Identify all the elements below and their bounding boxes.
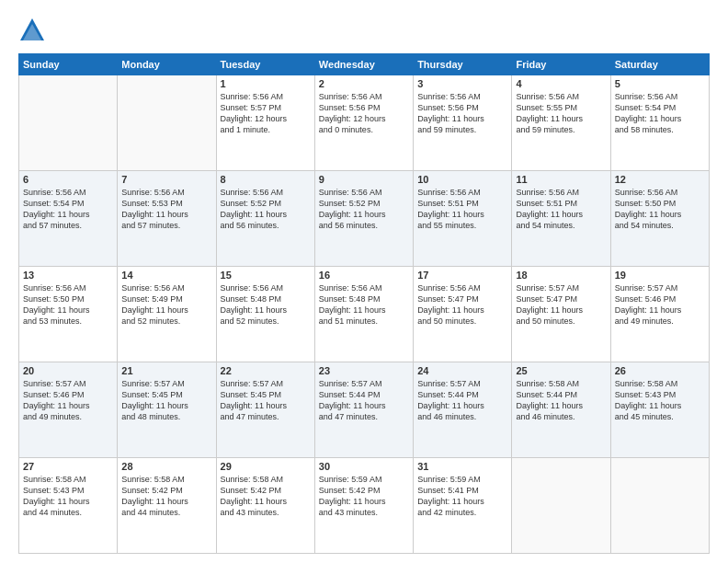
day-number: 13 (23, 270, 113, 281)
col-header-monday: Monday (118, 54, 216, 75)
day-info: Sunrise: 5:59 AM Sunset: 5:41 PM Dayligh… (417, 474, 507, 519)
day-info: Sunrise: 5:56 AM Sunset: 5:47 PM Dayligh… (417, 282, 507, 327)
day-info: Sunrise: 5:56 AM Sunset: 5:48 PM Dayligh… (221, 282, 311, 327)
day-number: 10 (417, 174, 507, 185)
day-info: Sunrise: 5:56 AM Sunset: 5:56 PM Dayligh… (417, 91, 507, 136)
calendar-cell: 13Sunrise: 5:56 AM Sunset: 5:50 PM Dayli… (19, 267, 118, 362)
calendar-header-row: SundayMondayTuesdayWednesdayThursdayFrid… (19, 54, 710, 75)
calendar-cell: 29Sunrise: 5:58 AM Sunset: 5:42 PM Dayli… (216, 458, 314, 554)
day-info: Sunrise: 5:56 AM Sunset: 5:55 PM Dayligh… (516, 91, 606, 136)
calendar-cell (512, 458, 610, 554)
day-number: 20 (23, 365, 113, 376)
calendar-cell: 31Sunrise: 5:59 AM Sunset: 5:41 PM Dayli… (414, 458, 512, 554)
day-info: Sunrise: 5:58 AM Sunset: 5:44 PM Dayligh… (516, 378, 606, 423)
calendar-week-4: 20Sunrise: 5:57 AM Sunset: 5:46 PM Dayli… (19, 362, 710, 458)
day-number: 24 (417, 365, 507, 376)
day-info: Sunrise: 5:56 AM Sunset: 5:56 PM Dayligh… (319, 91, 409, 136)
day-info: Sunrise: 5:58 AM Sunset: 5:43 PM Dayligh… (615, 378, 705, 423)
calendar-cell: 27Sunrise: 5:58 AM Sunset: 5:43 PM Dayli… (19, 458, 118, 554)
day-info: Sunrise: 5:59 AM Sunset: 5:42 PM Dayligh… (319, 474, 409, 519)
day-number: 6 (23, 174, 113, 185)
day-number: 16 (319, 270, 409, 281)
day-info: Sunrise: 5:56 AM Sunset: 5:54 PM Dayligh… (23, 187, 113, 232)
calendar-table: SundayMondayTuesdayWednesdayThursdayFrid… (18, 53, 710, 554)
day-info: Sunrise: 5:56 AM Sunset: 5:50 PM Dayligh… (615, 187, 705, 232)
calendar-cell (118, 75, 216, 171)
calendar-cell: 25Sunrise: 5:58 AM Sunset: 5:44 PM Dayli… (512, 362, 610, 458)
calendar-week-5: 27Sunrise: 5:58 AM Sunset: 5:43 PM Dayli… (19, 458, 710, 554)
col-header-sunday: Sunday (19, 54, 118, 75)
page: SundayMondayTuesdayWednesdayThursdayFrid… (0, 0, 728, 563)
calendar-cell: 11Sunrise: 5:56 AM Sunset: 5:51 PM Dayli… (512, 171, 610, 267)
day-number: 26 (615, 365, 705, 376)
calendar-cell: 9Sunrise: 5:56 AM Sunset: 5:52 PM Daylig… (314, 171, 413, 267)
day-info: Sunrise: 5:56 AM Sunset: 5:49 PM Dayligh… (121, 282, 211, 327)
day-number: 9 (319, 174, 409, 185)
calendar-cell: 12Sunrise: 5:56 AM Sunset: 5:50 PM Dayli… (610, 171, 709, 267)
day-number: 28 (121, 461, 211, 472)
day-info: Sunrise: 5:57 AM Sunset: 5:47 PM Dayligh… (516, 282, 606, 327)
day-number: 5 (615, 78, 705, 89)
day-info: Sunrise: 5:56 AM Sunset: 5:50 PM Dayligh… (23, 282, 113, 327)
day-info: Sunrise: 5:58 AM Sunset: 5:43 PM Dayligh… (23, 474, 113, 519)
day-info: Sunrise: 5:56 AM Sunset: 5:53 PM Dayligh… (121, 187, 211, 232)
day-info: Sunrise: 5:56 AM Sunset: 5:51 PM Dayligh… (417, 187, 507, 232)
day-info: Sunrise: 5:57 AM Sunset: 5:46 PM Dayligh… (23, 378, 113, 423)
day-number: 2 (319, 78, 409, 89)
calendar-cell: 7Sunrise: 5:56 AM Sunset: 5:53 PM Daylig… (118, 171, 216, 267)
calendar-cell: 14Sunrise: 5:56 AM Sunset: 5:49 PM Dayli… (118, 267, 216, 362)
day-number: 1 (221, 78, 311, 89)
calendar-cell: 26Sunrise: 5:58 AM Sunset: 5:43 PM Dayli… (610, 362, 709, 458)
col-header-wednesday: Wednesday (314, 54, 413, 75)
col-header-friday: Friday (512, 54, 610, 75)
day-number: 4 (516, 78, 606, 89)
col-header-saturday: Saturday (610, 54, 709, 75)
day-info: Sunrise: 5:56 AM Sunset: 5:48 PM Dayligh… (319, 282, 409, 327)
day-number: 15 (221, 270, 311, 281)
day-info: Sunrise: 5:56 AM Sunset: 5:52 PM Dayligh… (221, 187, 311, 232)
calendar-cell: 24Sunrise: 5:57 AM Sunset: 5:44 PM Dayli… (414, 362, 512, 458)
day-number: 19 (615, 270, 705, 281)
day-number: 17 (417, 270, 507, 281)
day-number: 23 (319, 365, 409, 376)
calendar-cell: 17Sunrise: 5:56 AM Sunset: 5:47 PM Dayli… (414, 267, 512, 362)
day-info: Sunrise: 5:57 AM Sunset: 5:44 PM Dayligh… (417, 378, 507, 423)
day-number: 30 (319, 461, 409, 472)
day-info: Sunrise: 5:57 AM Sunset: 5:44 PM Dayligh… (319, 378, 409, 423)
calendar-cell (19, 75, 118, 171)
day-number: 21 (121, 365, 211, 376)
calendar-cell: 28Sunrise: 5:58 AM Sunset: 5:42 PM Dayli… (118, 458, 216, 554)
calendar-cell (610, 458, 709, 554)
day-info: Sunrise: 5:57 AM Sunset: 5:45 PM Dayligh… (221, 378, 311, 423)
calendar-week-1: 1Sunrise: 5:56 AM Sunset: 5:57 PM Daylig… (19, 75, 710, 171)
day-number: 27 (23, 461, 113, 472)
day-number: 31 (417, 461, 507, 472)
calendar-cell: 15Sunrise: 5:56 AM Sunset: 5:48 PM Dayli… (216, 267, 314, 362)
calendar-cell: 10Sunrise: 5:56 AM Sunset: 5:51 PM Dayli… (414, 171, 512, 267)
calendar-cell: 18Sunrise: 5:57 AM Sunset: 5:47 PM Dayli… (512, 267, 610, 362)
day-number: 25 (516, 365, 606, 376)
calendar-cell: 23Sunrise: 5:57 AM Sunset: 5:44 PM Dayli… (314, 362, 413, 458)
calendar-cell: 2Sunrise: 5:56 AM Sunset: 5:56 PM Daylig… (314, 75, 413, 171)
calendar-cell: 22Sunrise: 5:57 AM Sunset: 5:45 PM Dayli… (216, 362, 314, 458)
header (18, 17, 710, 44)
day-number: 22 (221, 365, 311, 376)
day-number: 7 (121, 174, 211, 185)
logo-icon (18, 17, 46, 44)
day-number: 11 (516, 174, 606, 185)
calendar-cell: 21Sunrise: 5:57 AM Sunset: 5:45 PM Dayli… (118, 362, 216, 458)
day-number: 8 (221, 174, 311, 185)
col-header-thursday: Thursday (414, 54, 512, 75)
day-info: Sunrise: 5:56 AM Sunset: 5:57 PM Dayligh… (221, 91, 311, 136)
day-info: Sunrise: 5:57 AM Sunset: 5:45 PM Dayligh… (121, 378, 211, 423)
day-number: 12 (615, 174, 705, 185)
day-info: Sunrise: 5:57 AM Sunset: 5:46 PM Dayligh… (615, 282, 705, 327)
day-number: 14 (121, 270, 211, 281)
calendar-cell: 8Sunrise: 5:56 AM Sunset: 5:52 PM Daylig… (216, 171, 314, 267)
calendar-cell: 4Sunrise: 5:56 AM Sunset: 5:55 PM Daylig… (512, 75, 610, 171)
calendar-week-3: 13Sunrise: 5:56 AM Sunset: 5:50 PM Dayli… (19, 267, 710, 362)
logo (18, 17, 50, 44)
calendar-week-2: 6Sunrise: 5:56 AM Sunset: 5:54 PM Daylig… (19, 171, 710, 267)
day-info: Sunrise: 5:58 AM Sunset: 5:42 PM Dayligh… (221, 474, 311, 519)
calendar-cell: 6Sunrise: 5:56 AM Sunset: 5:54 PM Daylig… (19, 171, 118, 267)
